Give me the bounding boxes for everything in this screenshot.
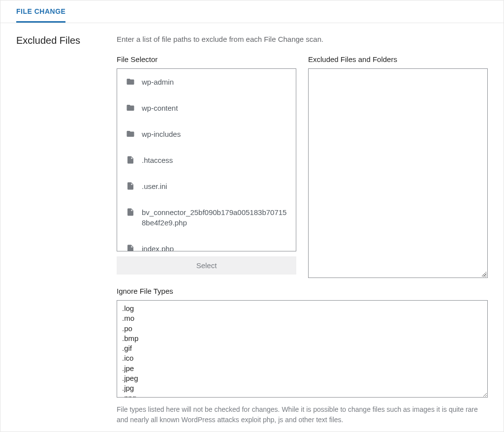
ignore-label: Ignore File Types xyxy=(117,287,488,295)
file-icon xyxy=(126,208,135,216)
file-item-label: index.php xyxy=(142,244,174,251)
list-item[interactable]: wp-admin xyxy=(117,69,296,95)
file-icon xyxy=(126,244,135,251)
file-item-label: wp-admin xyxy=(142,77,174,87)
excluded-label: Excluded Files and Folders xyxy=(308,55,488,63)
list-item[interactable]: wp-content xyxy=(117,95,296,121)
folder-icon xyxy=(126,77,135,86)
file-item-label: bv_connector_25bf090b179a005183b707158be… xyxy=(142,207,287,228)
select-button[interactable]: Select xyxy=(117,256,296,275)
file-selector-box: wp-adminwp-contentwp-includes.htaccess.u… xyxy=(117,68,296,251)
list-item[interactable]: wp-includes xyxy=(117,121,296,147)
list-item[interactable]: .htaccess xyxy=(117,147,296,173)
list-item[interactable]: .user.ini xyxy=(117,173,296,199)
section-title: Excluded Files xyxy=(16,35,105,46)
ignore-help-text: File types listed here will not be check… xyxy=(117,404,488,425)
excluded-files-box[interactable] xyxy=(308,68,488,278)
file-item-label: wp-includes xyxy=(142,129,181,139)
folder-icon xyxy=(126,129,135,138)
tab-bar: FILE CHANGE xyxy=(0,0,504,23)
file-list[interactable]: wp-adminwp-contentwp-includes.htaccess.u… xyxy=(117,69,296,251)
ignore-file-types-textarea[interactable] xyxy=(117,300,488,398)
tab-file-change[interactable]: FILE CHANGE xyxy=(16,0,65,23)
folder-icon xyxy=(126,103,135,112)
file-item-label: wp-content xyxy=(142,103,178,113)
file-icon xyxy=(126,155,135,164)
file-item-label: .htaccess xyxy=(142,155,173,165)
file-item-label: .user.ini xyxy=(142,181,167,191)
list-item[interactable]: index.php xyxy=(117,236,296,251)
section-description: Enter a list of file paths to exclude fr… xyxy=(117,35,488,43)
file-selector-label: File Selector xyxy=(117,55,296,63)
list-item[interactable]: bv_connector_25bf090b179a005183b707158be… xyxy=(117,199,296,236)
file-icon xyxy=(126,182,135,190)
